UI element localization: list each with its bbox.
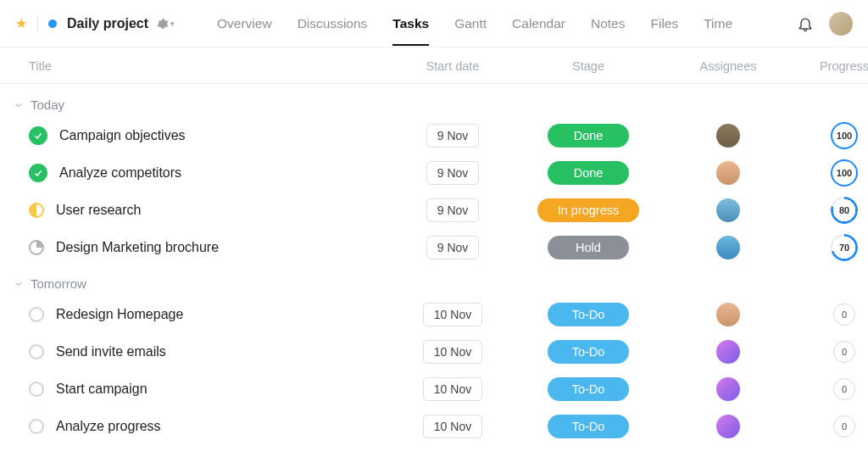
- tab-overview[interactable]: Overview: [217, 3, 272, 45]
- tab-calendar[interactable]: Calendar: [512, 3, 565, 45]
- progress-cell: 0: [792, 415, 868, 437]
- tab-time[interactable]: Time: [704, 3, 732, 45]
- col-title[interactable]: Title: [29, 59, 393, 73]
- start-date-chip[interactable]: 10 Nov: [423, 340, 482, 364]
- start-date-chip[interactable]: 9 Nov: [426, 124, 480, 148]
- progress-indicator[interactable]: 0: [833, 415, 855, 437]
- task-title[interactable]: Redesign Homepage: [56, 307, 183, 322]
- progress-indicator[interactable]: 100: [831, 159, 858, 187]
- chevron-down-icon: ▾: [170, 20, 175, 28]
- task-title[interactable]: Campaign objectives: [59, 128, 186, 143]
- task-row[interactable]: Redesign Homepage10 NovTo-Do0: [0, 296, 868, 333]
- stage-pill[interactable]: In progress: [537, 198, 640, 222]
- task-row[interactable]: Start campaign10 NovTo-Do0: [0, 370, 868, 408]
- favorite-star-icon[interactable]: ★: [15, 15, 27, 31]
- task-row[interactable]: Analyze competitors9 NovDone100: [0, 154, 868, 192]
- status-empty-icon[interactable]: [29, 382, 44, 397]
- assignee-avatar[interactable]: [716, 124, 740, 148]
- project-settings-button[interactable]: ▾: [157, 18, 175, 30]
- tab-notes[interactable]: Notes: [591, 3, 626, 45]
- assignee-avatar[interactable]: [716, 303, 740, 326]
- progress-indicator[interactable]: 100: [831, 122, 858, 149]
- start-date-chip[interactable]: 10 Nov: [423, 303, 482, 326]
- stage-pill[interactable]: To-Do: [548, 415, 629, 438]
- task-row[interactable]: Campaign objectives9 NovDone100: [0, 117, 868, 154]
- app-header: ★ Daily project ▾ OverviewDiscussionsTas…: [0, 0, 868, 47]
- stage-cell: To-Do: [512, 415, 665, 438]
- status-empty-icon[interactable]: [29, 419, 44, 434]
- date-cell: 9 Nov: [393, 236, 512, 259]
- assignee-cell: [665, 124, 792, 148]
- status-done-icon[interactable]: [29, 164, 47, 182]
- progress-indicator[interactable]: 0: [833, 341, 855, 363]
- task-title[interactable]: Analyze competitors: [59, 165, 181, 181]
- assignee-avatar[interactable]: [716, 198, 740, 222]
- task-title[interactable]: Send invite emails: [56, 344, 166, 359]
- progress-indicator[interactable]: 0: [833, 378, 855, 400]
- tab-discussions[interactable]: Discussions: [298, 3, 368, 45]
- col-stage[interactable]: Stage: [512, 59, 665, 73]
- gear-icon: [157, 18, 169, 30]
- tab-files[interactable]: Files: [650, 3, 678, 45]
- task-title-cell: Redesign Homepage: [29, 307, 393, 322]
- stage-pill[interactable]: Done: [548, 161, 629, 185]
- stage-pill[interactable]: To-Do: [548, 303, 629, 326]
- group-header[interactable]: Today: [0, 87, 868, 117]
- progress-indicator[interactable]: 70: [831, 234, 858, 261]
- start-date-chip[interactable]: 10 Nov: [423, 415, 482, 438]
- progress-indicator[interactable]: 80: [831, 197, 858, 224]
- date-cell: 9 Nov: [393, 198, 512, 222]
- col-progress[interactable]: Progress: [792, 59, 868, 73]
- project-color-dot: [48, 20, 57, 28]
- stage-pill[interactable]: To-Do: [548, 340, 629, 364]
- progress-cell: 70: [792, 234, 868, 261]
- status-empty-icon[interactable]: [29, 307, 44, 322]
- start-date-chip[interactable]: 9 Nov: [426, 161, 480, 185]
- progress-cell: 0: [792, 378, 868, 400]
- assignee-avatar[interactable]: [716, 377, 740, 401]
- stage-cell: Hold: [512, 236, 665, 259]
- task-row[interactable]: Analyze progress10 NovTo-Do0: [0, 408, 868, 445]
- col-start-date[interactable]: Start date: [393, 59, 512, 73]
- task-row[interactable]: Design Marketing brochure9 NovHold70: [0, 229, 868, 266]
- assignee-avatar[interactable]: [716, 236, 740, 259]
- task-row[interactable]: Send invite emails10 NovTo-Do0: [0, 333, 868, 370]
- task-title[interactable]: Design Marketing brochure: [56, 240, 219, 255]
- start-date-chip[interactable]: 9 Nov: [426, 236, 480, 259]
- assignee-cell: [665, 377, 792, 401]
- col-assignees[interactable]: Assignees: [665, 59, 792, 73]
- task-row[interactable]: User research9 NovIn progress80: [0, 192, 868, 229]
- progress-cell: 80: [792, 197, 868, 224]
- task-title[interactable]: Analyze progress: [56, 419, 161, 434]
- tab-gantt[interactable]: Gantt: [454, 3, 487, 45]
- assignee-cell: [665, 161, 792, 185]
- project-name[interactable]: Daily project: [67, 16, 148, 31]
- stage-pill[interactable]: To-Do: [548, 377, 629, 401]
- assignee-avatar[interactable]: [716, 415, 740, 438]
- start-date-chip[interactable]: 10 Nov: [423, 377, 482, 401]
- progress-indicator[interactable]: 0: [833, 304, 855, 326]
- date-cell: 9 Nov: [393, 161, 512, 185]
- status-done-icon[interactable]: [29, 126, 47, 145]
- assignee-cell: [665, 415, 792, 438]
- start-date-chip[interactable]: 9 Nov: [426, 198, 480, 222]
- status-empty-icon[interactable]: [29, 344, 44, 359]
- stage-pill[interactable]: Done: [548, 124, 629, 148]
- group-header[interactable]: Tomorrow: [0, 266, 868, 296]
- stage-cell: Done: [512, 161, 665, 185]
- date-cell: 10 Nov: [393, 340, 512, 364]
- assignee-avatar[interactable]: [716, 340, 740, 364]
- tab-tasks[interactable]: Tasks: [392, 3, 429, 45]
- status-quarter-icon[interactable]: [29, 240, 44, 255]
- stage-pill[interactable]: Hold: [548, 236, 629, 259]
- task-title[interactable]: Start campaign: [56, 382, 147, 397]
- stage-cell: To-Do: [512, 340, 665, 364]
- notifications-icon[interactable]: [797, 15, 814, 32]
- stage-cell: To-Do: [512, 377, 665, 401]
- user-avatar[interactable]: [829, 12, 853, 36]
- task-title-cell: Analyze competitors: [29, 164, 393, 182]
- progress-cell: 0: [792, 341, 868, 363]
- status-half-icon[interactable]: [29, 203, 44, 218]
- task-title[interactable]: User research: [56, 203, 141, 218]
- assignee-avatar[interactable]: [716, 161, 740, 185]
